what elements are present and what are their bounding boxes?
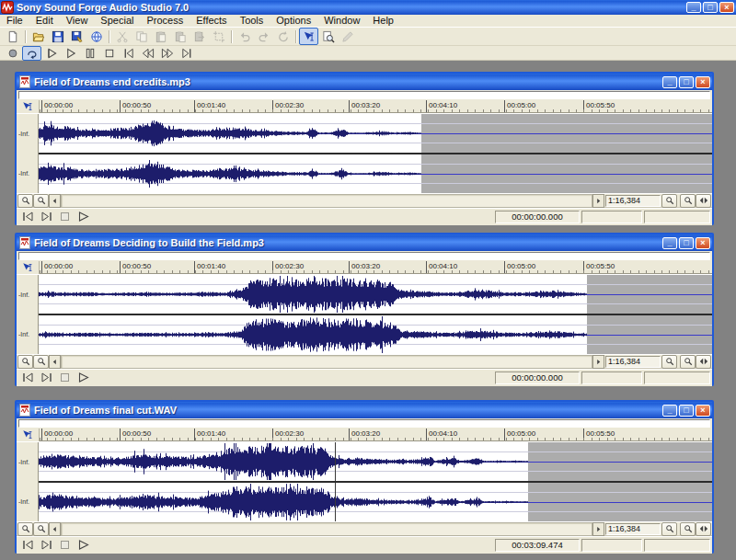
zoom-out-time-button[interactable] [680, 194, 696, 208]
stop-button[interactable] [99, 46, 119, 61]
forward-button[interactable] [157, 46, 177, 61]
record-button[interactable] [3, 46, 22, 61]
stop-button[interactable] [55, 538, 74, 553]
undo-button[interactable] [235, 28, 254, 45]
play-button[interactable] [74, 371, 92, 385]
edit-tool-icon[interactable] [17, 429, 40, 441]
close-button[interactable]: × [696, 76, 710, 88]
maximize-button[interactable]: □ [679, 405, 694, 417]
restore-button[interactable]: □ [703, 2, 718, 13]
cut-button[interactable] [112, 28, 132, 45]
menu-window[interactable]: Window [317, 15, 366, 27]
magnify-button[interactable] [318, 28, 338, 45]
time-ruler[interactable]: 00:00:0000:00:5000:01:4000:02:3000:03:20… [40, 261, 712, 274]
stop-button[interactable] [55, 371, 74, 385]
edit-tool-icon[interactable] [17, 100, 40, 113]
menu-view[interactable]: View [60, 15, 95, 27]
loop-playback-button[interactable] [22, 46, 41, 61]
new-file-button[interactable] [3, 28, 22, 45]
close-button[interactable]: × [719, 2, 734, 13]
rewind-button[interactable] [138, 46, 157, 61]
menu-file[interactable]: File [0, 15, 29, 27]
magnify-tool-button[interactable] [17, 194, 33, 208]
time-ruler[interactable]: 00:00:0000:00:5000:01:4000:02:3000:03:20… [40, 429, 712, 441]
redo-button[interactable] [254, 28, 273, 45]
go-to-end-button[interactable] [37, 210, 55, 224]
play-button[interactable] [74, 538, 92, 553]
menu-tools[interactable]: Tools [234, 15, 270, 27]
go-to-start-button[interactable] [119, 46, 138, 61]
close-button[interactable]: × [696, 237, 710, 249]
zoom-normal-button[interactable] [33, 355, 49, 369]
paste-button[interactable] [151, 28, 170, 45]
trim-button[interactable] [209, 28, 228, 45]
go-to-end-button[interactable] [177, 46, 196, 61]
horizontal-scrollbar[interactable] [61, 355, 592, 369]
maximize-button[interactable]: □ [679, 76, 694, 88]
overview-bar[interactable] [18, 419, 710, 428]
play-all-button[interactable] [41, 46, 61, 61]
pencil-edit-button[interactable] [338, 28, 357, 45]
document-titlebar[interactable]: Field of Dreams end credits.mp3 _ □ × [17, 74, 712, 90]
open-button[interactable] [29, 28, 48, 45]
waveform-right-channel[interactable] [39, 483, 712, 521]
edit-tool-button[interactable] [299, 28, 318, 45]
go-to-start-button[interactable] [18, 538, 37, 553]
pause-button[interactable] [80, 46, 99, 61]
menu-process[interactable]: Process [140, 15, 190, 27]
waveform-left-channel[interactable] [39, 442, 712, 481]
overview-bar[interactable] [18, 252, 710, 260]
maximize-button[interactable]: □ [679, 237, 694, 249]
magnify-tool-button[interactable] [17, 522, 33, 536]
menu-edit[interactable]: Edit [29, 15, 60, 27]
zoom-out-time-button[interactable] [680, 522, 696, 536]
horizontal-scrollbar[interactable] [61, 522, 592, 536]
minimize-button[interactable]: _ [662, 76, 677, 88]
repeat-button[interactable] [273, 28, 293, 45]
stop-button[interactable] [55, 210, 74, 224]
menu-special[interactable]: Special [94, 15, 140, 27]
horizontal-scrollbar[interactable] [61, 194, 592, 208]
overview-bar[interactable] [18, 91, 710, 99]
minimize-button[interactable]: _ [686, 2, 701, 13]
minimize-button[interactable]: _ [662, 237, 677, 249]
document-titlebar[interactable]: Field of Dreams final cut.WAV _ □ × [17, 402, 712, 418]
paste-mix-button[interactable] [190, 28, 209, 45]
play-button[interactable] [74, 210, 92, 224]
magnify-tool-button[interactable] [17, 355, 33, 369]
go-to-end-button[interactable] [37, 371, 55, 385]
menu-help[interactable]: Help [366, 15, 400, 27]
save-button[interactable] [48, 28, 67, 45]
zoom-selection-button[interactable] [696, 194, 711, 208]
waveform-right-channel[interactable] [39, 154, 712, 193]
save-as-button[interactable] [67, 28, 86, 45]
menu-options[interactable]: Options [270, 15, 317, 27]
go-to-start-button[interactable] [18, 371, 37, 385]
copy-button[interactable] [132, 28, 151, 45]
go-to-start-button[interactable] [18, 210, 37, 224]
zoom-normal-button[interactable] [33, 522, 49, 536]
scroll-left-button[interactable] [49, 194, 61, 208]
publish-internet-button[interactable] [86, 28, 106, 45]
play-button[interactable] [61, 46, 80, 61]
scroll-right-button[interactable] [592, 355, 604, 369]
zoom-selection-button[interactable] [696, 522, 711, 536]
zoom-out-time-button[interactable] [680, 355, 696, 369]
waveform-right-channel[interactable] [39, 315, 712, 354]
edit-tool-icon[interactable] [17, 261, 40, 274]
scroll-left-button[interactable] [49, 355, 61, 369]
close-button[interactable]: × [696, 405, 710, 417]
app-titlebar[interactable]: Sony Sound Forge Audio Studio 7.0 _ □ × [0, 0, 736, 15]
zoom-selection-button[interactable] [696, 355, 711, 369]
minimize-button[interactable]: _ [662, 405, 677, 417]
waveform-left-channel[interactable] [39, 114, 712, 153]
document-titlebar[interactable]: Field of Dreams Deciding to Build the Fi… [17, 234, 712, 251]
zoom-in-time-button[interactable] [661, 355, 677, 369]
waveform-left-channel[interactable] [39, 275, 712, 314]
menu-effects[interactable]: Effects [190, 15, 233, 27]
time-ruler[interactable]: 00:00:0000:00:5000:01:4000:02:3000:03:20… [40, 100, 712, 113]
zoom-in-time-button[interactable] [661, 194, 677, 208]
scroll-right-button[interactable] [592, 194, 604, 208]
paste-special-button[interactable] [170, 28, 190, 45]
scroll-left-button[interactable] [49, 522, 61, 536]
